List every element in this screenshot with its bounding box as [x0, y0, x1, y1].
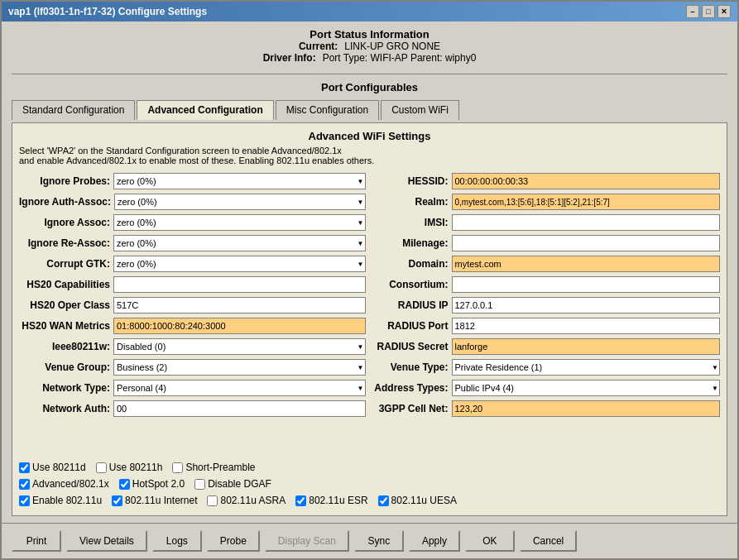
sync-button[interactable]: Sync: [354, 530, 404, 552]
hs20-wan-metrics-label: HS20 WAN Metrics: [19, 320, 110, 332]
3gpp-cell-net-row: 3GPP Cell Net:: [374, 400, 721, 418]
view-details-button[interactable]: View Details: [66, 530, 147, 552]
tab-misc[interactable]: Misc Configuration: [276, 100, 379, 120]
realm-row: Realm:: [374, 193, 721, 211]
checkboxes-row-1: Use 80211d Use 80211h Short-Preamble: [19, 459, 720, 476]
tab-custom-wifi[interactable]: Custom WiFi: [381, 100, 459, 120]
ignore-reassoc-select[interactable]: zero (0%): [113, 235, 366, 251]
hessid-label: HESSID:: [374, 175, 449, 187]
milenage-input[interactable]: [452, 235, 721, 251]
network-auth-input[interactable]: [113, 400, 366, 417]
use-80211h-checkbox[interactable]: [96, 462, 107, 473]
radius-port-row: RADIUS Port: [374, 317, 721, 335]
ieee80211w-wrapper: Disabled (0) ▼: [113, 338, 366, 355]
port-status-section: Port Status Information Current: LINK-UP…: [12, 28, 727, 64]
hessid-input[interactable]: [452, 173, 721, 189]
print-button[interactable]: Print: [12, 530, 61, 552]
use-80211h-label: Use 80211h: [109, 462, 163, 473]
address-types-select[interactable]: Public IPv4 (4): [452, 380, 721, 396]
current-label: Current:: [299, 41, 338, 52]
radius-secret-label: RADIUS Secret: [374, 341, 449, 352]
hs20-oper-class-input[interactable]: [113, 297, 366, 314]
imsi-input[interactable]: [452, 214, 721, 231]
radius-port-input[interactable]: [452, 318, 721, 334]
ignore-assoc-wrapper: zero (0%) ▼: [113, 214, 366, 231]
domain-label: Domain:: [374, 258, 449, 270]
port-configurables-title: Port Configurables: [12, 81, 727, 93]
use-80211d-item: Use 80211d: [19, 462, 86, 473]
3gpp-cell-net-input[interactable]: [452, 400, 721, 417]
current-row: Current: LINK-UP GRO NONE: [12, 41, 727, 52]
ignore-auth-assoc-row: Ignore Auth-Assoc: zero (0%) ▼: [19, 193, 366, 211]
driver-label: Driver Info:: [263, 52, 316, 64]
802-11u-asra-checkbox[interactable]: [207, 495, 218, 506]
network-type-label: Network Type:: [19, 382, 110, 394]
tab-bar: Standard Configuration Advanced Configur…: [12, 100, 727, 120]
title-bar: vap1 (lf0301-1n-f17-32) Configure Settin…: [2, 2, 737, 22]
ignore-reassoc-row: Ignore Re-Assoc: zero (0%) ▼: [19, 234, 366, 252]
checkboxes-row-2: Advanced/802.1x HotSpot 2.0 Disable DGAF: [19, 476, 720, 492]
minimize-button[interactable]: –: [686, 5, 699, 18]
network-auth-label: Network Auth:: [19, 403, 110, 414]
venue-group-select[interactable]: Business (2): [113, 359, 366, 376]
realm-input[interactable]: [452, 194, 721, 210]
corrupt-gtk-select[interactable]: zero (0%): [113, 256, 366, 272]
ignore-auth-assoc-select[interactable]: zero (0%): [114, 194, 366, 210]
802-11u-uesa-checkbox[interactable]: [378, 495, 389, 506]
maximize-button[interactable]: □: [702, 5, 715, 18]
short-preamble-checkbox[interactable]: [172, 462, 183, 473]
disable-dgaf-checkbox[interactable]: [194, 479, 205, 490]
ignore-assoc-select[interactable]: zero (0%): [113, 214, 366, 231]
ieee80211w-label: Ieee80211w:: [19, 341, 110, 352]
ok-button[interactable]: OK: [465, 530, 515, 552]
consortium-label: Consortium:: [374, 279, 449, 290]
ieee80211w-row: Ieee80211w: Disabled (0) ▼: [19, 337, 366, 356]
consortium-input[interactable]: [452, 276, 721, 293]
tab-advanced[interactable]: Advanced Configuration: [137, 100, 273, 120]
ignore-probes-row: Ignore Probes: zero (0%) ▼: [19, 172, 366, 190]
network-type-row: Network Type: Personal (4) ▼: [19, 379, 366, 397]
hs20-oper-class-row: HS20 Oper Class: [19, 296, 366, 314]
venue-group-label: Venue Group:: [19, 361, 110, 373]
3gpp-cell-net-label: 3GPP Cell Net:: [374, 403, 449, 414]
venue-type-wrapper: Private Residence (1) ▼: [452, 359, 721, 376]
802-11u-internet-checkbox[interactable]: [112, 495, 122, 506]
ieee80211w-select[interactable]: Disabled (0): [113, 338, 366, 355]
venue-group-row: Venue Group: Business (2) ▼: [19, 358, 366, 376]
802-11u-uesa-label: 802.11u UESA: [391, 495, 457, 506]
network-type-select[interactable]: Personal (4): [113, 380, 366, 396]
disable-dgaf-item: Disable DGAF: [194, 478, 271, 490]
probe-button[interactable]: Probe: [207, 530, 260, 552]
window-title: vap1 (lf0301-1n-f17-32) Configure Settin…: [8, 6, 207, 17]
tab-content-advanced: Advanced WiFi Settings Select 'WPA2' on …: [12, 122, 727, 516]
advanced-802-1x-checkbox[interactable]: [19, 479, 30, 490]
radius-secret-input[interactable]: [452, 338, 721, 355]
advanced-section-title: Advanced WiFi Settings: [19, 130, 720, 142]
ignore-assoc-label: Ignore Assoc:: [19, 217, 110, 228]
tab-standard[interactable]: Standard Configuration: [12, 100, 135, 120]
hs20-capabilities-input[interactable]: [113, 276, 366, 293]
use-80211d-checkbox[interactable]: [19, 462, 30, 473]
cancel-button[interactable]: Cancel: [520, 530, 577, 552]
domain-input[interactable]: [452, 256, 721, 272]
hotspot-2-checkbox[interactable]: [119, 479, 130, 490]
corrupt-gtk-wrapper: zero (0%) ▼: [113, 256, 366, 272]
corrupt-gtk-row: Corrupt GTK: zero (0%) ▼: [19, 255, 366, 273]
hs20-capabilities-row: HS20 Capabilities: [19, 275, 366, 294]
advanced-802-1x-item: Advanced/802.1x: [19, 478, 109, 490]
enable-802-11u-checkbox[interactable]: [19, 495, 30, 506]
close-button[interactable]: ✕: [717, 5, 731, 18]
hs20-wan-metrics-input[interactable]: [113, 318, 366, 334]
logs-button[interactable]: Logs: [152, 530, 202, 552]
802-11u-esr-checkbox[interactable]: [295, 495, 306, 506]
port-status-title: Port Status Information: [12, 28, 727, 41]
802-11u-uesa-item: 802.11u UESA: [378, 495, 457, 506]
venue-type-select[interactable]: Private Residence (1): [452, 359, 721, 376]
main-window: vap1 (lf0301-1n-f17-32) Configure Settin…: [0, 0, 739, 560]
hotspot-2-item: HotSpot 2.0: [119, 478, 185, 490]
radius-ip-input[interactable]: [452, 297, 721, 314]
display-scan-button[interactable]: Display Scan: [265, 530, 349, 552]
apply-button[interactable]: Apply: [409, 530, 460, 552]
radius-port-label: RADIUS Port: [374, 320, 449, 332]
ignore-probes-select[interactable]: zero (0%): [113, 173, 366, 189]
